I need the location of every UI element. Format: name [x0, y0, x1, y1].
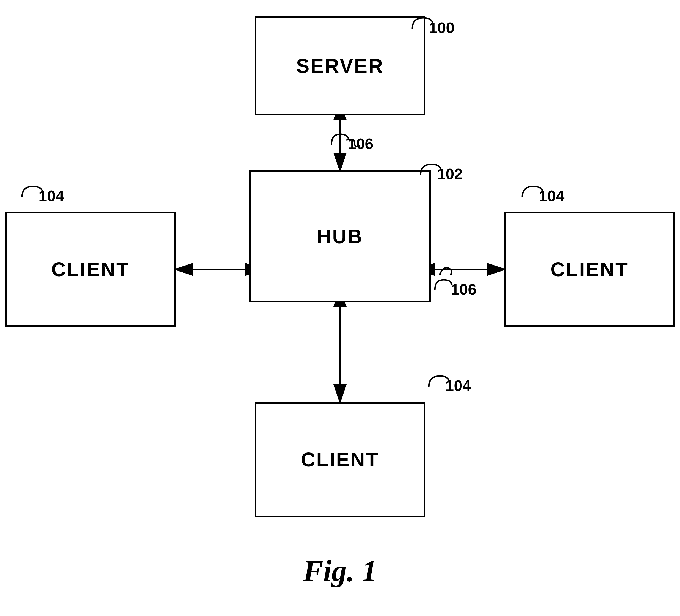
- figure-caption: Fig. 1: [0, 554, 680, 589]
- ref-104-right-brace: [519, 184, 547, 200]
- client-right-node: CLIENT: [504, 212, 675, 327]
- server-label: SERVER: [296, 55, 384, 77]
- ref-104-bottom-brace: [426, 373, 454, 390]
- hub-node: HUB: [249, 170, 431, 302]
- server-node: SERVER: [255, 17, 425, 115]
- client-bottom-label: CLIENT: [301, 448, 379, 471]
- client-left-node: CLIENT: [5, 212, 176, 327]
- ref-brace-106-right: [440, 268, 452, 275]
- ref-104-left-brace: [19, 184, 47, 200]
- ref-106-top-brace: [329, 131, 351, 146]
- ref-106-right: 106: [451, 280, 476, 298]
- diagram: SERVER HUB CLIENT CLIENT CLIENT 100 102 …: [0, 0, 680, 616]
- hub-label: HUB: [317, 225, 363, 248]
- ref-102-brace: [418, 162, 445, 178]
- ref-106-top: 106: [348, 135, 373, 152]
- client-right-label: CLIENT: [550, 258, 629, 281]
- ref-100-brace: [409, 15, 437, 32]
- client-left-label: CLIENT: [51, 258, 130, 281]
- client-bottom-node: CLIENT: [255, 402, 425, 517]
- ref-106-right-brace: [432, 277, 454, 292]
